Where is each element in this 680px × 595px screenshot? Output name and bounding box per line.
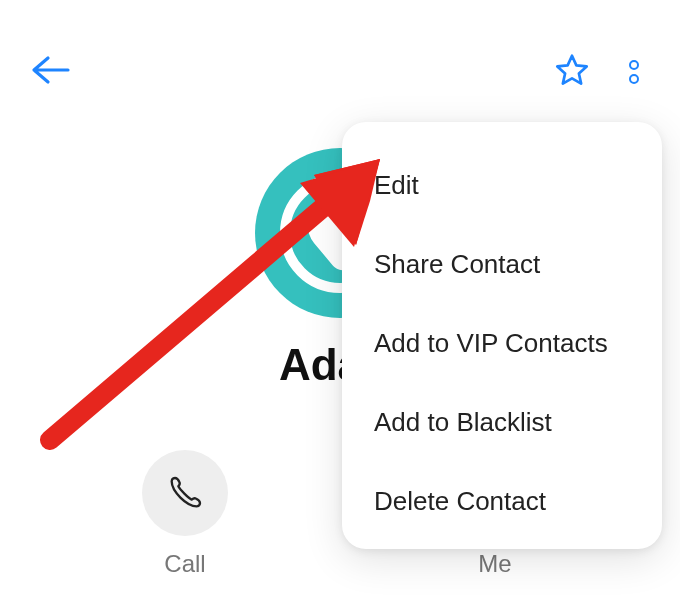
message-label: Me — [478, 550, 511, 578]
menu-item-add-vip[interactable]: Add to VIP Contacts — [342, 304, 662, 383]
call-icon-circle — [142, 450, 228, 536]
context-menu: Edit Share Contact Add to VIP Contacts A… — [342, 122, 662, 549]
more-options-button[interactable] — [618, 57, 650, 87]
svg-point-0 — [630, 61, 638, 69]
back-button[interactable] — [30, 54, 70, 90]
call-label: Call — [164, 550, 205, 578]
phone-icon — [165, 473, 205, 513]
menu-item-delete-contact[interactable]: Delete Contact — [342, 462, 662, 541]
svg-point-1 — [630, 75, 638, 83]
menu-item-share-contact[interactable]: Share Contact — [342, 225, 662, 304]
favorite-button[interactable] — [554, 52, 590, 92]
menu-item-edit[interactable]: Edit — [342, 146, 662, 225]
back-arrow-icon — [30, 54, 70, 86]
star-outline-icon — [554, 52, 590, 88]
more-dots-icon — [629, 57, 639, 87]
call-action[interactable]: Call — [142, 450, 228, 578]
menu-item-add-blacklist[interactable]: Add to Blacklist — [342, 383, 662, 462]
top-bar — [0, 48, 680, 96]
